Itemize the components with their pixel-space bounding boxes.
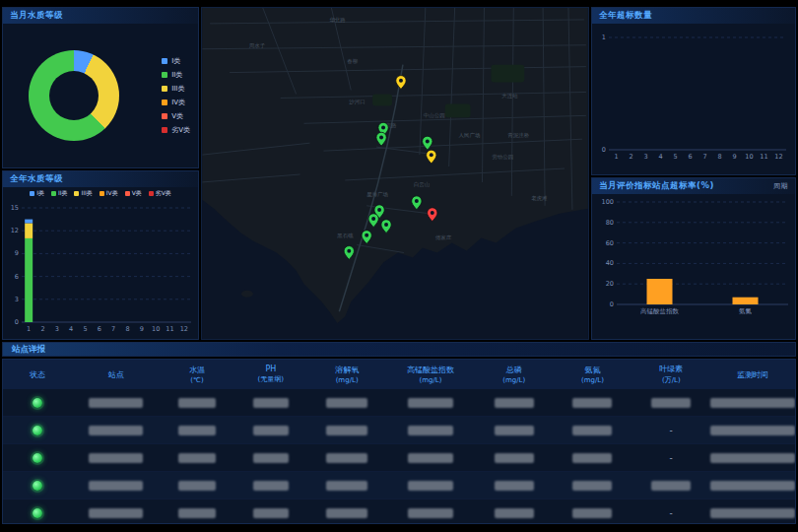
map-panel[interactable]: 华北路周水子春柳沙河口西安路中山公园大连站人民广场青泥洼桥劳动公园星海广场白云山… xyxy=(201,7,589,340)
legend-item-III类[interactable]: III类 xyxy=(74,189,92,198)
data-cell xyxy=(233,453,307,463)
redacted-value xyxy=(178,453,216,463)
rate-bar xyxy=(733,298,759,304)
status-cell xyxy=(3,398,72,408)
data-cell xyxy=(475,426,554,435)
station-row[interactable]: - xyxy=(3,499,795,524)
column-header-10: 监测时间 xyxy=(710,360,795,389)
station-row[interactable]: - xyxy=(3,417,795,444)
station-row[interactable] xyxy=(3,389,795,417)
legend-swatch xyxy=(162,113,167,119)
legend-item-IV类[interactable]: IV类 xyxy=(100,189,118,198)
legend-swatch xyxy=(162,86,167,92)
year-exceed-line-chart: 01123456789101112 xyxy=(593,24,794,171)
map-label: 老虎滩 xyxy=(531,195,548,202)
panel-month-rate: 当月评价指标站点超标率(%) 周期 020406080100高锰酸盐指数氨氮 xyxy=(591,177,796,340)
legend-item-I类[interactable]: I类 xyxy=(30,189,44,198)
data-cell xyxy=(307,453,386,463)
column-header-4: PH(无量纲) xyxy=(233,360,307,389)
svg-text:5: 5 xyxy=(83,325,87,333)
svg-text:2: 2 xyxy=(40,325,44,333)
donut-hole xyxy=(49,71,99,120)
map-label: 人民广场 xyxy=(459,132,481,139)
svg-text:高锰酸盐指数: 高锰酸盐指数 xyxy=(640,307,680,315)
legend-item-II类[interactable]: II类 xyxy=(51,189,68,198)
data-cell: - xyxy=(632,453,710,463)
svg-text:6: 6 xyxy=(98,325,101,333)
svg-text:3: 3 xyxy=(55,325,59,333)
panel-title: 全年水质等级 xyxy=(10,173,63,185)
period-selector[interactable]: 周期 xyxy=(773,181,788,191)
svg-text:4: 4 xyxy=(69,325,73,333)
legend-label: IV类 xyxy=(171,98,185,107)
data-cell xyxy=(710,453,795,463)
redacted-value xyxy=(178,508,216,518)
data-cell xyxy=(161,398,234,408)
svg-text:6: 6 xyxy=(15,273,19,281)
city-map[interactable]: 华北路周水子春柳沙河口西安路中山公园大连站人民广场青泥洼桥劳动公园星海广场白云山… xyxy=(202,8,588,339)
stations-table-body: --- xyxy=(3,389,795,524)
redacted-value xyxy=(326,398,367,408)
column-label: 状态 xyxy=(30,369,45,380)
column-label: 水温 xyxy=(189,365,205,375)
data-cell: - xyxy=(632,508,710,518)
data-cell xyxy=(233,481,307,491)
redacted-value xyxy=(572,398,612,408)
redacted-value xyxy=(253,398,289,408)
data-cell xyxy=(72,398,161,408)
redacted-value xyxy=(178,398,216,408)
redacted-value xyxy=(89,508,143,518)
data-cell: - xyxy=(632,426,710,435)
svg-text:60: 60 xyxy=(606,239,614,247)
legend-item-I类[interactable]: I类 xyxy=(162,56,190,66)
legend-label: V类 xyxy=(132,189,142,198)
legend-item-劣V类[interactable]: 劣V类 xyxy=(149,189,171,198)
data-cell xyxy=(72,426,161,435)
redacted-value xyxy=(408,508,453,518)
stations-title: 站点详报 xyxy=(12,344,45,356)
stacked-bar-segment xyxy=(25,223,33,237)
legend-item-II类[interactable]: II类 xyxy=(162,70,190,80)
legend-item-V类[interactable]: V类 xyxy=(162,111,190,121)
status-dot-normal xyxy=(33,398,42,408)
redacted-value xyxy=(572,481,612,491)
data-cell xyxy=(710,508,795,518)
stacked-bar-segment xyxy=(25,220,33,224)
status-dot-normal xyxy=(33,426,42,435)
legend-swatch xyxy=(162,72,167,78)
svg-text:8: 8 xyxy=(717,153,721,161)
legend-item-V类[interactable]: V类 xyxy=(125,189,142,198)
column-label: 站点 xyxy=(108,369,124,380)
legend-label: I类 xyxy=(171,56,180,66)
data-cell xyxy=(632,398,710,408)
data-cell xyxy=(475,481,554,491)
data-cell xyxy=(553,426,632,435)
station-row[interactable]: - xyxy=(3,444,795,472)
legend-swatch xyxy=(30,191,34,196)
legend-item-III类[interactable]: III类 xyxy=(162,84,190,94)
map-label: 黑石礁 xyxy=(337,233,354,238)
redacted-value xyxy=(495,508,534,518)
redacted-value xyxy=(710,481,795,491)
legend-swatch xyxy=(125,191,130,196)
grade-legend-vertical: I类II类III类IV类V类劣V类 xyxy=(162,56,190,135)
map-label: 白云山 xyxy=(414,181,430,187)
svg-text:9: 9 xyxy=(140,325,144,333)
panel-month-rate-header: 当月评价指标站点超标率(%) 周期 xyxy=(592,178,795,194)
svg-text:7: 7 xyxy=(111,325,115,333)
stations-section-bar: 站点详报 xyxy=(2,342,796,357)
svg-text:4: 4 xyxy=(658,153,662,161)
legend-item-劣V类[interactable]: 劣V类 xyxy=(162,125,190,135)
legend-label: III类 xyxy=(81,189,92,198)
map-label: 中山公园 xyxy=(424,112,445,118)
status-cell xyxy=(3,453,72,463)
svg-text:3: 3 xyxy=(15,296,19,303)
legend-item-IV类[interactable]: IV类 xyxy=(162,98,190,107)
column-label: 高锰酸盐指数 xyxy=(407,365,454,375)
redacted-value xyxy=(710,453,795,463)
panel-year-exceed: 全年超标数量 01123456789101112 xyxy=(591,7,796,175)
redacted-value xyxy=(178,481,216,491)
column-unit: (℃) xyxy=(190,376,203,384)
station-row[interactable] xyxy=(3,472,795,499)
data-cell xyxy=(475,453,554,463)
